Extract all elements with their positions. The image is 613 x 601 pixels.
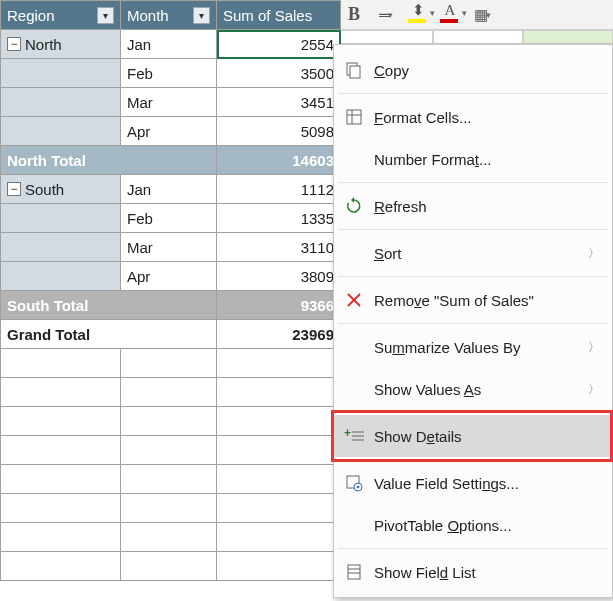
- empty-row[interactable]: [1, 552, 341, 581]
- value-cell[interactable]: 5098: [217, 117, 341, 146]
- svg-rect-2: [347, 110, 361, 124]
- menu-refresh[interactable]: Refresh: [334, 185, 612, 227]
- table-row[interactable]: −South Jan 1112: [1, 175, 341, 204]
- borders-button[interactable]: ▦▾: [469, 4, 495, 26]
- submenu-arrow-icon: 〉: [586, 381, 602, 398]
- subtotal-row[interactable]: South Total 9366: [1, 291, 341, 320]
- menu-separator: [338, 548, 608, 549]
- show-details-icon: +: [334, 428, 374, 444]
- copy-icon: [334, 61, 374, 79]
- mini-toolbar: B ═▾ ⬍ ▾ A ▾ ▦▾: [333, 0, 613, 30]
- header-region[interactable]: Region▾: [1, 1, 121, 30]
- menu-copy[interactable]: Copy: [334, 49, 612, 91]
- menu-show-values-as[interactable]: Show Values As 〉: [334, 368, 612, 410]
- menu-number-format[interactable]: Number Format...: [334, 138, 612, 180]
- subtotal-value: 9366: [217, 291, 341, 320]
- grand-total-label: Grand Total: [1, 320, 217, 349]
- menu-sort[interactable]: Sort 〉: [334, 232, 612, 274]
- collapse-north-icon[interactable]: −: [7, 37, 21, 51]
- value-cell[interactable]: 1112: [217, 175, 341, 204]
- value-cell[interactable]: 3809: [217, 262, 341, 291]
- month-cell[interactable]: Mar: [121, 88, 217, 117]
- refresh-icon: [334, 197, 374, 215]
- font-color-button[interactable]: A ▾: [437, 4, 463, 26]
- menu-separator: [338, 182, 608, 183]
- value-cell[interactable]: 2554: [217, 30, 341, 59]
- empty-row[interactable]: [1, 494, 341, 523]
- align-button[interactable]: ═▾: [373, 4, 399, 26]
- month-cell[interactable]: Jan: [121, 30, 217, 59]
- menu-pivot-options[interactable]: PivotTable Options...: [334, 504, 612, 546]
- value-cell[interactable]: 3110: [217, 233, 341, 262]
- menu-show-details[interactable]: + Show Details: [334, 415, 612, 457]
- header-sales[interactable]: Sum of Sales: [217, 1, 341, 30]
- menu-separator: [338, 459, 608, 460]
- month-filter-dropdown[interactable]: ▾: [193, 7, 210, 24]
- empty-row[interactable]: [1, 436, 341, 465]
- value-cell[interactable]: 3500: [217, 59, 341, 88]
- table-row[interactable]: Feb 1335: [1, 204, 341, 233]
- subtotal-value: 14603: [217, 146, 341, 175]
- grand-total-row[interactable]: Grand Total 23969: [1, 320, 341, 349]
- settings-icon: [334, 474, 374, 492]
- context-menu: Copy Format Cells... Number Format... Re…: [333, 44, 613, 598]
- table-row[interactable]: Mar 3110: [1, 233, 341, 262]
- empty-row[interactable]: [1, 523, 341, 552]
- month-cell[interactable]: Mar: [121, 233, 217, 262]
- table-row[interactable]: Feb 3500: [1, 59, 341, 88]
- month-cell[interactable]: Feb: [121, 204, 217, 233]
- pivot-table[interactable]: Region▾ Month▾ Sum of Sales −North Jan 2…: [0, 0, 341, 581]
- value-cell[interactable]: 3451: [217, 88, 341, 117]
- table-row[interactable]: Apr 3809: [1, 262, 341, 291]
- menu-separator: [338, 229, 608, 230]
- menu-summarize[interactable]: Summarize Values By 〉: [334, 326, 612, 368]
- menu-remove[interactable]: Remove "Sum of Sales": [334, 279, 612, 321]
- month-cell[interactable]: Apr: [121, 117, 217, 146]
- empty-row[interactable]: [1, 407, 341, 436]
- table-row[interactable]: Apr 5098: [1, 117, 341, 146]
- menu-format-cells[interactable]: Format Cells...: [334, 96, 612, 138]
- submenu-arrow-icon: 〉: [586, 339, 602, 356]
- table-row[interactable]: Mar 3451: [1, 88, 341, 117]
- menu-separator: [338, 323, 608, 324]
- subtotal-label: South Total: [1, 291, 217, 320]
- subtotal-label: North Total: [1, 146, 217, 175]
- collapse-south-icon[interactable]: −: [7, 182, 21, 196]
- value-cell[interactable]: 1335: [217, 204, 341, 233]
- worksheet-cells-peek: [333, 30, 613, 44]
- month-cell[interactable]: Jan: [121, 175, 217, 204]
- menu-value-field-settings[interactable]: Value Field Settings...: [334, 462, 612, 504]
- menu-separator: [338, 93, 608, 94]
- svg-point-14: [357, 486, 360, 489]
- month-cell[interactable]: Feb: [121, 59, 217, 88]
- pivot-header-row: Region▾ Month▾ Sum of Sales: [1, 1, 341, 30]
- month-cell[interactable]: Apr: [121, 262, 217, 291]
- region-label: North: [25, 36, 62, 53]
- svg-text:+: +: [344, 428, 351, 440]
- menu-separator: [338, 276, 608, 277]
- header-month[interactable]: Month▾: [121, 1, 217, 30]
- subtotal-row[interactable]: North Total 14603: [1, 146, 341, 175]
- submenu-arrow-icon: 〉: [586, 245, 602, 262]
- svg-rect-15: [348, 565, 360, 579]
- highlight-button[interactable]: ⬍ ▾: [405, 4, 431, 26]
- region-label: South: [25, 181, 64, 198]
- remove-icon: [334, 292, 374, 308]
- svg-rect-1: [350, 66, 360, 78]
- field-list-icon: [334, 563, 374, 581]
- empty-row[interactable]: [1, 465, 341, 494]
- menu-show-field-list[interactable]: Show Field List: [334, 551, 612, 593]
- region-filter-dropdown[interactable]: ▾: [97, 7, 114, 24]
- empty-row[interactable]: [1, 349, 341, 378]
- empty-row[interactable]: [1, 378, 341, 407]
- svg-marker-5: [351, 197, 354, 203]
- grand-total-value: 23969: [217, 320, 341, 349]
- bold-button[interactable]: B: [341, 4, 367, 26]
- menu-separator: [338, 412, 608, 413]
- format-cells-icon: [334, 108, 374, 126]
- table-row[interactable]: −North Jan 2554: [1, 30, 341, 59]
